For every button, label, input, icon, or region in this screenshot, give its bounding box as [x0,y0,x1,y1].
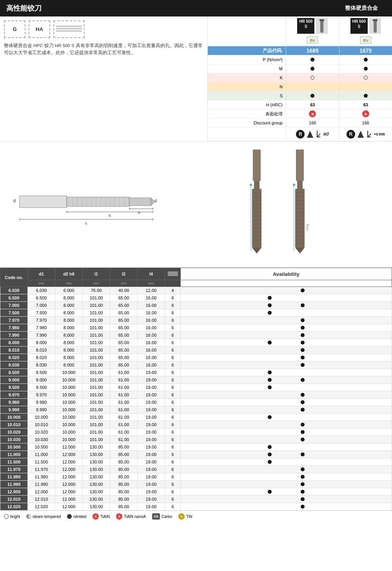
cell-d2h6: 8.000 [55,324,83,332]
cell-l1: 101.00 [83,332,110,339]
val-surface-1: a [286,109,339,118]
tool-image-1 [239,146,274,263]
cell-l4: 16.00 [138,361,165,369]
cell-d2h6: 8.000 [55,354,83,361]
cell-code: 10.000 [0,414,28,421]
th-d2h6: d2 h6 [55,268,83,280]
avail-empty-5 [312,505,316,509]
cell-code: 6.030 [0,287,28,294]
cell-d2h6: 10.000 [55,421,83,429]
svg-marker-84 [295,248,305,254]
nitrided-icon [67,514,72,519]
th-avail-sub [181,280,392,287]
avail-empty-0 [257,430,261,434]
label-product-code: 产品代码. [208,46,286,55]
avail-empty-0 [257,445,261,449]
avail-empty-3 [290,326,294,330]
cell-l4: 19.00 [138,421,165,429]
cell-code: 11.000 [0,451,28,458]
th-l1-unit: mm [83,280,110,287]
avail-empty-5 [312,467,316,471]
table-row: 10.000 10.000 10.000 101.00 61.00 19.00 … [0,414,392,421]
legend-tiain-nanoa: A TiAlN nanoA [116,513,146,520]
cell-d1: 11.970 [28,466,55,473]
avail-empty-5 [312,296,316,300]
cell-l1: 130.00 [83,443,110,451]
diagram-right: ¹⁄₁₀₀ [169,146,388,263]
th-flutes [165,268,181,280]
row-n: N [208,82,392,91]
dot-m-1 [310,67,314,71]
cell-code: 9.970 [0,391,28,399]
h7-label: H7 [323,132,329,137]
cell-d1: 8.000 [28,339,55,347]
nitrided-label: nitrided [73,514,86,519]
cell-l2: 61.00 [110,429,138,436]
avail-empty-1 [268,318,272,322]
avail-dot-4 [301,288,305,292]
cell-d2h6: 8.000 [55,309,83,317]
avail-empty-5 [312,460,316,464]
arrow-icon-2 [357,130,365,139]
avail-empty-5 [312,408,316,412]
table-row: 6.030 6.030 6.000 76.00 40.00 12.00 4 [0,287,392,294]
cell-flutes: 6 [165,361,181,369]
dot-s-1 [310,94,314,98]
avail-empty-3 [290,460,294,464]
svg-rect-47 [253,150,261,181]
cell-d1: 10.030 [28,436,55,443]
table-row: 7.990 7.990 8.000 101.00 65.00 16.00 6 [0,332,392,339]
cell-l1: 101.00 [83,414,110,421]
cell-d2h6: 10.000 [55,406,83,414]
cell-d1: 8.500 [28,369,55,376]
table-row: 12.000 12.000 12.000 130.00 85.00 19.00 … [0,488,392,496]
cell-flutes: 6 [165,354,181,361]
avail-empty-1 [268,393,272,397]
table-row: 11.980 11.980 12.000 130.00 85.00 19.00 … [0,473,392,481]
cell-flutes: 6 [165,473,181,481]
cell-l4: 19.00 [138,384,165,391]
surface-badge-1: a [309,110,316,117]
avail-dot-1 [268,370,272,374]
svg-text:l₄: l₄ [138,210,140,214]
avail-dot-1 [268,341,272,345]
svg-rect-17 [20,196,67,208]
svg-marker-64 [252,248,261,254]
avail-empty-5 [312,423,316,427]
svg-rect-3 [320,19,323,33]
cell-l2: 85.00 [110,481,138,488]
cell-code: 7.980 [0,324,28,332]
avail-empty-5 [312,490,316,494]
cell-l2: 61.00 [110,406,138,414]
avail-empty-4 [301,296,305,300]
cell-code: 9.500 [0,384,28,391]
cell-code: 6.500 [0,294,28,302]
val-s-1 [286,91,339,100]
avail-empty-5 [312,393,316,397]
avail-empty-1 [268,430,272,434]
cell-d1: 10.020 [28,429,55,436]
cell-availability [181,332,392,339]
cell-l1: 130.00 [83,458,110,466]
cell-l4: 19.00 [138,369,165,376]
cell-availability [181,376,392,384]
avail-dot-4 [301,341,305,345]
cell-l2: 65.00 [110,317,138,324]
hr-box-2: HR 500S [350,18,368,34]
cell-l4: 19.00 [138,503,165,511]
cell-l1: 130.00 [83,488,110,496]
cell-availability [181,503,392,511]
avail-empty-2 [279,385,283,389]
cell-availability [181,421,392,429]
hr-box-1: HR 500S [297,18,314,34]
cell-l2: 61.00 [110,436,138,443]
avail-empty-3 [290,482,294,486]
avail-dot-4 [301,356,305,359]
legend-nitrided: nitrided [67,514,86,519]
cell-availability [181,451,392,458]
svg-rect-68 [297,181,303,189]
cell-d1: 9.990 [28,406,55,414]
svg-rect-69 [295,189,305,248]
avail-empty-0 [257,393,261,397]
val-k-2 [339,73,392,82]
